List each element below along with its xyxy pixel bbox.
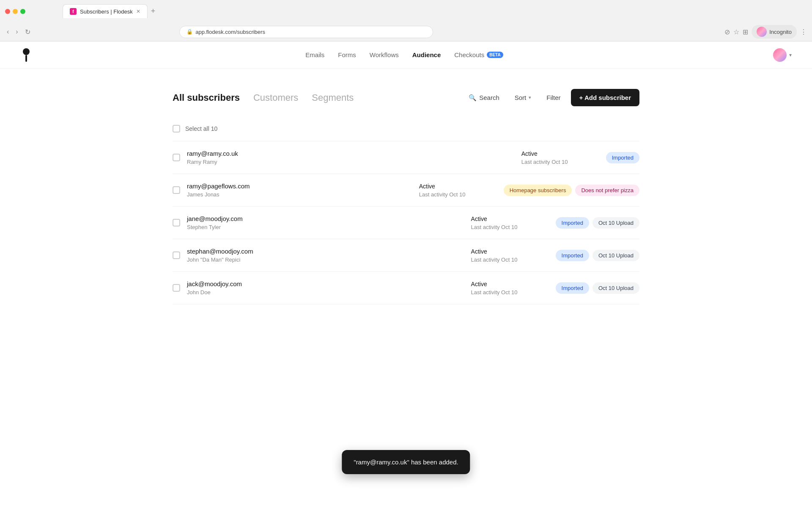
browser-addressbar: ‹ › ↻ 🔒 app.flodesk.com/subscribers ⊘ ☆ … xyxy=(0,22,812,41)
status-activity-4: Last activity Oct 10 xyxy=(471,289,556,295)
select-all-row: Select all 10 xyxy=(173,120,639,138)
row-checkbox-3[interactable] xyxy=(173,251,180,259)
subscriber-info-4: jack@moodjoy.com John Doe xyxy=(187,280,471,295)
lock-icon: 🔒 xyxy=(187,29,193,35)
svg-rect-1 xyxy=(25,55,27,62)
browser-menu-icon[interactable]: ⋮ xyxy=(800,28,807,36)
browser-tab-bar: f Subscribers | Flodesk ✕ + xyxy=(29,3,164,19)
filter-label: Filter xyxy=(546,94,560,101)
search-icon: 🔍 xyxy=(469,94,477,102)
row-checkbox-1[interactable] xyxy=(173,186,180,194)
bookmark-icon[interactable]: ☆ xyxy=(733,28,739,36)
subscriber-tags-1: Homepage subscribers Does not prefer piz… xyxy=(504,185,639,196)
nav-workflows[interactable]: Workflows xyxy=(370,51,399,58)
select-all-checkbox[interactable] xyxy=(173,125,180,133)
status-activity-3: Last activity Oct 10 xyxy=(471,257,556,263)
tab-title: Subscribers | Flodesk xyxy=(80,8,133,15)
subscriber-email-1: ramy@pageflows.com xyxy=(187,182,419,190)
nav-checkouts[interactable]: Checkouts xyxy=(454,51,484,58)
row-checkbox-4[interactable] xyxy=(173,284,180,292)
reload-button[interactable]: ↻ xyxy=(23,26,32,38)
tab-all-subscribers[interactable]: All subscribers xyxy=(173,92,240,103)
status-label-4: Active xyxy=(471,281,556,287)
tab-customers[interactable]: Customers xyxy=(253,92,298,103)
forward-button[interactable]: › xyxy=(14,26,19,37)
tag-upload-4[interactable]: Oct 10 Upload xyxy=(593,282,639,294)
tag-imported-0[interactable]: Imported xyxy=(606,152,639,163)
minimize-window-button[interactable] xyxy=(13,9,18,14)
table-row[interactable]: jack@moodjoy.com John Doe Active Last ac… xyxy=(173,272,639,304)
subscriber-name-1: James Jonas xyxy=(187,191,419,198)
tab-close-icon[interactable]: ✕ xyxy=(136,8,140,14)
row-checkbox-2[interactable] xyxy=(173,219,180,226)
status-label-2: Active xyxy=(471,215,556,222)
active-browser-tab[interactable]: f Subscribers | Flodesk ✕ xyxy=(63,4,148,18)
chevron-down-icon: ▾ xyxy=(789,52,792,58)
table-row[interactable]: ramy@pageflows.com James Jonas Active La… xyxy=(173,174,639,207)
table-row[interactable]: ramy@ramy.co.uk Ramy Ramy Active Last ac… xyxy=(173,141,639,174)
page-header: All subscribers Customers Segments 🔍 Sea… xyxy=(173,89,639,106)
add-subscriber-button[interactable]: + Add subscriber xyxy=(571,89,639,106)
nav-audience[interactable]: Audience xyxy=(412,51,441,58)
subscriber-tags-0: Imported xyxy=(606,152,639,163)
browser-window-controls xyxy=(5,9,25,14)
beta-badge: BETA xyxy=(487,52,503,58)
nav-checkouts-wrapper: Checkouts BETA xyxy=(454,51,503,58)
sort-button[interactable]: Sort ▾ xyxy=(510,91,537,105)
tag-upload-3[interactable]: Oct 10 Upload xyxy=(593,250,639,261)
tag-homepage-1[interactable]: Homepage subscribers xyxy=(504,185,572,196)
new-tab-button[interactable]: + xyxy=(148,3,159,19)
subscriber-info-1: ramy@pageflows.com James Jonas xyxy=(187,182,419,198)
close-window-button[interactable] xyxy=(5,9,10,14)
tag-imported-3[interactable]: Imported xyxy=(556,250,589,261)
table-row[interactable]: stephan@moodjoy.com John "Da Man" Repici… xyxy=(173,239,639,272)
subscriber-status-1: Active Last activity Oct 10 xyxy=(419,183,504,198)
tab-segments[interactable]: Segments xyxy=(312,92,354,103)
address-bar[interactable]: 🔒 app.flodesk.com/subscribers xyxy=(179,26,433,38)
search-button[interactable]: 🔍 Search xyxy=(464,91,505,105)
tag-imported-2[interactable]: Imported xyxy=(556,217,589,229)
main-content: All subscribers Customers Segments 🔍 Sea… xyxy=(152,69,660,304)
table-row[interactable]: jane@moodjoy.com Stephen Tyler Active La… xyxy=(173,207,639,239)
page-tabs: All subscribers Customers Segments xyxy=(173,92,354,103)
tag-pizza-1[interactable]: Does not prefer pizza xyxy=(575,185,639,196)
profile-avatar xyxy=(757,27,767,37)
tag-imported-4[interactable]: Imported xyxy=(556,282,589,294)
incognito-profile[interactable]: Incognito xyxy=(752,25,797,39)
subscriber-name-4: John Doe xyxy=(187,289,471,295)
tag-upload-2[interactable]: Oct 10 Upload xyxy=(593,217,639,229)
nav-emails[interactable]: Emails xyxy=(305,51,324,58)
back-button[interactable]: ‹ xyxy=(5,26,11,37)
camera-off-icon: ⊘ xyxy=(724,28,730,36)
incognito-label: Incognito xyxy=(769,29,792,35)
status-label-3: Active xyxy=(471,248,556,255)
user-avatar xyxy=(773,48,787,62)
subscriber-status-0: Active Last activity Oct 10 xyxy=(521,150,606,165)
subscriber-email-4: jack@moodjoy.com xyxy=(187,280,471,287)
select-all-label: Select all 10 xyxy=(185,125,217,132)
subscriber-status-3: Active Last activity Oct 10 xyxy=(471,248,556,263)
maximize-window-button[interactable] xyxy=(20,9,25,14)
subscriber-email-0: ramy@ramy.co.uk xyxy=(187,150,521,157)
subscriber-status-2: Active Last activity Oct 10 xyxy=(471,215,556,230)
browser-toolbar-icons: ⊘ ☆ ⊞ Incognito ⋮ xyxy=(724,25,807,39)
subscriber-tags-2: Imported Oct 10 Upload xyxy=(556,217,639,229)
flodesk-logo-svg xyxy=(23,48,33,62)
subscriber-name-0: Ramy Ramy xyxy=(187,159,521,165)
user-menu[interactable]: ▾ xyxy=(773,48,792,62)
subscriber-tags-3: Imported Oct 10 Upload xyxy=(556,250,639,261)
row-checkbox-0[interactable] xyxy=(173,154,180,161)
app-logo[interactable] xyxy=(20,47,36,63)
subscriber-name-3: John "Da Man" Repici xyxy=(187,257,471,263)
url-text: app.flodesk.com/subscribers xyxy=(195,29,265,35)
sort-chevron-icon: ▾ xyxy=(529,95,531,100)
filter-button[interactable]: Filter xyxy=(541,91,565,105)
subscriber-status-4: Active Last activity Oct 10 xyxy=(471,281,556,295)
app-header: Emails Forms Workflows Audience Checkout… xyxy=(0,41,812,69)
subscriber-info-3: stephan@moodjoy.com John "Da Man" Repici xyxy=(187,248,471,263)
nav-forms[interactable]: Forms xyxy=(338,51,356,58)
status-label-1: Active xyxy=(419,183,504,190)
sort-label: Sort xyxy=(515,94,527,101)
extensions-icon[interactable]: ⊞ xyxy=(743,28,748,36)
status-activity-0: Last activity Oct 10 xyxy=(521,159,606,165)
